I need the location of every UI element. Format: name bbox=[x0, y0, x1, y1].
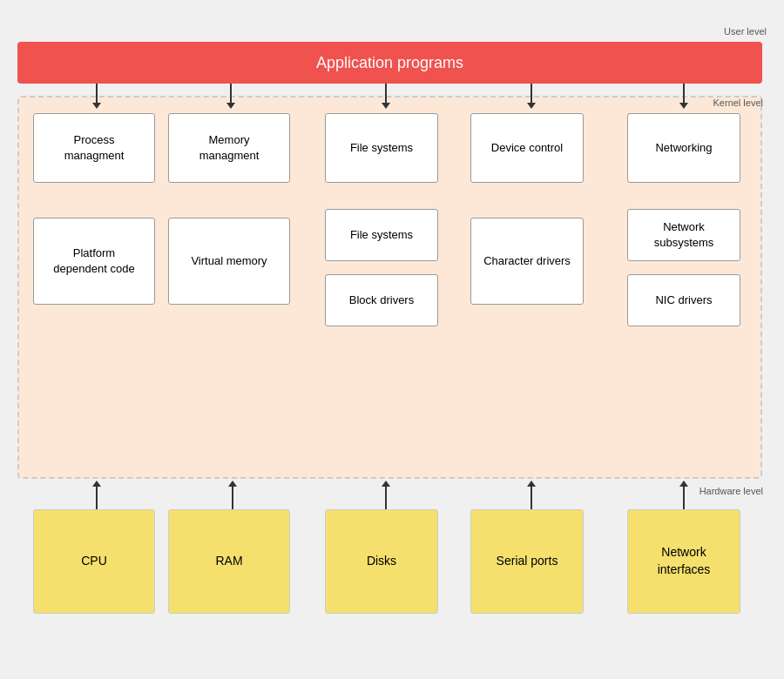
file-systems-box-1: File systems bbox=[325, 113, 438, 183]
memory-management-box: Memorymanagment bbox=[168, 113, 290, 183]
virtual-memory-box: Virtual memory bbox=[168, 218, 290, 305]
network-subsystems-text: Networksubsystems bbox=[654, 219, 714, 251]
network-interfaces-text: Networkinterfaces bbox=[658, 544, 711, 578]
hardware-level-label: Hardware level bbox=[700, 486, 763, 496]
user-level-label: User level bbox=[724, 26, 767, 37]
ram-text: RAM bbox=[215, 553, 242, 570]
ram-box: RAM bbox=[168, 509, 290, 614]
virtual-memory-text: Virtual memory bbox=[191, 253, 267, 269]
process-management-box: Processmanagment bbox=[33, 113, 155, 183]
character-drivers-text: Character drivers bbox=[483, 253, 571, 269]
process-management-text: Processmanagment bbox=[64, 132, 125, 164]
serial-ports-text: Serial ports bbox=[497, 553, 558, 570]
file-systems-text-2: File systems bbox=[350, 227, 413, 243]
nic-drivers-box: NIC drivers bbox=[627, 274, 740, 326]
networking-box: Networking bbox=[627, 113, 740, 183]
networking-text: Networking bbox=[655, 140, 712, 156]
file-systems-text-1: File systems bbox=[350, 140, 413, 156]
diagram: User level Application programs Kernel l… bbox=[17, 26, 767, 653]
app-programs-text: Application programs bbox=[316, 54, 463, 72]
kernel-level-label: Kernel level bbox=[713, 97, 763, 108]
serial-ports-box: Serial ports bbox=[470, 509, 584, 614]
cpu-text: CPU bbox=[81, 553, 107, 570]
nic-drivers-text: NIC drivers bbox=[655, 292, 712, 308]
device-control-text: Device control bbox=[491, 140, 563, 156]
file-systems-box-2: File systems bbox=[325, 209, 438, 261]
disks-text: Disks bbox=[367, 553, 396, 570]
app-programs-bar: Application programs bbox=[17, 42, 762, 84]
disks-box: Disks bbox=[325, 509, 438, 614]
network-interfaces-box: Networkinterfaces bbox=[627, 509, 740, 614]
device-control-box: Device control bbox=[470, 113, 584, 183]
block-drivers-box: Block drivers bbox=[325, 274, 438, 326]
cpu-box: CPU bbox=[33, 509, 155, 614]
platform-dep-box: Platformdependent code bbox=[33, 218, 155, 305]
memory-management-text: Memorymanagment bbox=[199, 132, 260, 164]
block-drivers-text: Block drivers bbox=[349, 292, 414, 308]
platform-dep-text: Platformdependent code bbox=[53, 245, 134, 277]
network-subsystems-box: Networksubsystems bbox=[627, 209, 740, 261]
character-drivers-box: Character drivers bbox=[470, 218, 584, 305]
